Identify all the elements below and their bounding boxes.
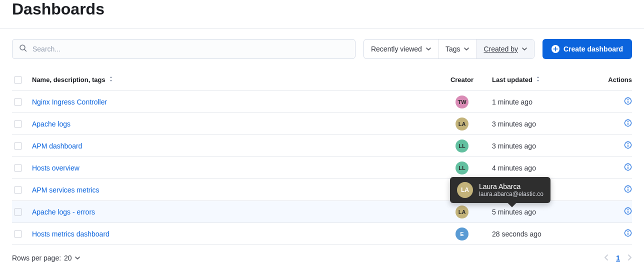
svg-rect-10 (628, 144, 628, 147)
page-number[interactable]: 1 (616, 254, 620, 262)
last-updated-text: 3 minutes ago (492, 120, 536, 128)
row-checkbox[interactable] (14, 142, 22, 150)
svg-rect-16 (628, 188, 628, 191)
dashboards-table: Name, description, tags Creator Last upd… (0, 69, 644, 245)
svg-point-3 (628, 99, 628, 100)
col-actions: Actions (592, 76, 632, 84)
select-all-checkbox[interactable] (14, 76, 22, 84)
info-icon[interactable] (624, 229, 632, 238)
filter-created-by[interactable]: Created by (476, 40, 534, 58)
svg-rect-4 (628, 100, 628, 103)
rows-value: 20 (64, 254, 72, 262)
dashboard-link[interactable]: Apache logs - errors (32, 208, 95, 216)
col-name[interactable]: Name, description, tags (32, 76, 432, 84)
creator-tooltip: LA Laura Abarca laura.abarca@elastic.co (450, 177, 550, 203)
filter-recently-viewed[interactable]: Recently viewed (364, 40, 438, 58)
search-input[interactable] (12, 39, 356, 59)
info-icon[interactable] (624, 97, 632, 106)
avatar[interactable]: E (456, 228, 468, 240)
svg-rect-19 (628, 210, 628, 213)
sort-icon (536, 76, 540, 84)
last-updated-text: 3 minutes ago (492, 142, 536, 150)
prev-page[interactable] (604, 254, 609, 262)
table-footer: Rows per page: 20 1 (0, 245, 644, 262)
table-header: Name, description, tags Creator Last upd… (12, 69, 632, 91)
svg-point-21 (628, 231, 628, 232)
table-row: Nginx Ingress ControllerTW1 minute ago (12, 91, 632, 113)
avatar[interactable]: LL (456, 140, 468, 152)
row-checkbox[interactable] (14, 98, 22, 106)
dashboard-link[interactable]: APM dashboard (32, 142, 82, 150)
table-wrap: Name, description, tags Creator Last upd… (0, 69, 644, 245)
last-updated-text: 1 minute ago (492, 98, 532, 106)
rows-label: Rows per page: (12, 254, 61, 262)
avatar[interactable]: TW (456, 96, 468, 108)
svg-point-6 (628, 121, 628, 122)
dashboard-link[interactable]: Hosts metrics dashboard (32, 230, 110, 238)
last-updated-text: 4 minutes ago (492, 164, 536, 172)
plus-circle-icon (552, 45, 560, 53)
svg-point-18 (628, 209, 628, 210)
page-title: Dashboards (12, 0, 632, 18)
info-icon[interactable] (624, 185, 632, 194)
pagination: 1 (604, 254, 632, 262)
row-checkbox[interactable] (14, 230, 22, 238)
chevron-down-icon (75, 254, 80, 262)
tooltip-name: Laura Abarca (479, 182, 544, 190)
svg-rect-7 (628, 122, 628, 125)
avatar[interactable]: LA (456, 118, 468, 130)
avatar[interactable]: LA (456, 206, 468, 218)
dashboard-link[interactable]: Apache logs (32, 120, 70, 128)
col-last-updated[interactable]: Last updated (492, 76, 592, 84)
svg-line-1 (24, 50, 26, 52)
info-icon[interactable] (624, 119, 632, 128)
table-row: Apache logsLA3 minutes ago (12, 113, 632, 135)
filter-tags[interactable]: Tags (438, 40, 477, 58)
avatar[interactable]: LL (456, 162, 468, 174)
create-button-label: Create dashboard (564, 45, 623, 53)
chevron-down-icon (426, 45, 431, 53)
table-row: Hosts overviewLL4 minutes ago (12, 157, 632, 179)
filter-label: Created by (484, 45, 518, 53)
table-row: Apache logs - errorsLA5 minutes ago (12, 201, 632, 223)
svg-point-15 (628, 187, 628, 188)
last-updated-text: 28 seconds ago (492, 230, 542, 238)
svg-rect-13 (628, 166, 628, 169)
next-page[interactable] (627, 254, 632, 262)
tooltip-email: laura.abarca@elastic.co (479, 190, 544, 198)
svg-point-12 (628, 165, 628, 166)
rows-per-page[interactable]: Rows per page: 20 (12, 254, 80, 262)
dashboard-link[interactable]: Hosts overview (32, 164, 80, 172)
toolbar: Recently viewed Tags Created by Create d… (0, 29, 644, 69)
row-checkbox[interactable] (14, 186, 22, 194)
create-dashboard-button[interactable]: Create dashboard (542, 39, 632, 59)
sort-icon (108, 76, 114, 84)
filter-label: Recently viewed (371, 45, 422, 53)
row-checkbox[interactable] (14, 164, 22, 172)
avatar: LA (457, 182, 473, 198)
info-icon[interactable] (624, 141, 632, 150)
dashboard-link[interactable]: APM services metrics (32, 186, 100, 194)
svg-point-9 (628, 143, 628, 144)
svg-rect-22 (628, 232, 628, 235)
info-icon[interactable] (624, 163, 632, 172)
last-updated-text: 5 minutes ago (492, 208, 536, 216)
chevron-down-icon (464, 45, 469, 53)
chevron-down-icon (522, 45, 527, 53)
row-checkbox[interactable] (14, 208, 22, 216)
filter-label: Tags (446, 45, 460, 53)
filter-group: Recently viewed Tags Created by (364, 39, 534, 59)
col-creator: Creator (432, 76, 492, 84)
search-icon (19, 44, 27, 54)
row-checkbox[interactable] (14, 120, 22, 128)
table-row: APM dashboardLL3 minutes ago (12, 135, 632, 157)
table-row: Hosts metrics dashboardE28 seconds ago (12, 223, 632, 245)
dashboard-link[interactable]: Nginx Ingress Controller (32, 98, 107, 106)
info-icon[interactable] (624, 207, 632, 216)
search-wrap (12, 39, 356, 59)
